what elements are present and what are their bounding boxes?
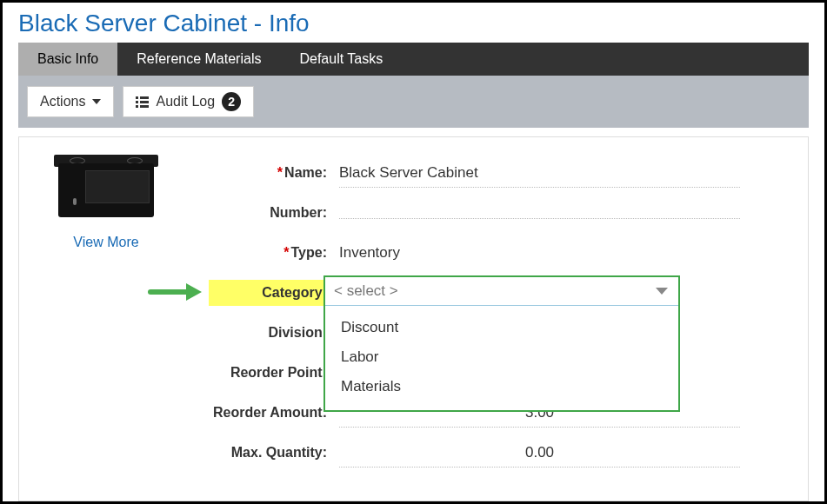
view-more-link[interactable]: View More xyxy=(73,235,138,250)
value-max-quantity[interactable]: 0.00 xyxy=(339,439,740,468)
option-materials[interactable]: Materials xyxy=(329,372,675,401)
label-number: Number: xyxy=(209,205,339,221)
tab-basic-info[interactable]: Basic Info xyxy=(18,43,117,76)
option-discount[interactable]: Discount xyxy=(329,313,675,342)
label-type: *Type: xyxy=(209,245,339,261)
actions-button[interactable]: Actions xyxy=(27,86,114,117)
label-name: *Name: xyxy=(209,165,339,181)
category-select-input[interactable]: < select > xyxy=(325,277,678,306)
label-category: Category: xyxy=(209,280,339,306)
value-type[interactable]: Inventory xyxy=(339,239,740,267)
content-panel: View More *Name: Black Server Cabinet Nu… xyxy=(18,136,809,501)
toolbar: Actions Audit Log 2 xyxy=(18,76,809,128)
category-select-options: Discount Labor Materials xyxy=(325,306,678,410)
tab-default-tasks[interactable]: Default Tasks xyxy=(280,43,402,76)
actions-label: Actions xyxy=(40,94,85,109)
required-marker: * xyxy=(283,245,289,260)
audit-log-label: Audit Log xyxy=(156,94,215,109)
label-division: Division: xyxy=(209,325,339,341)
value-number[interactable] xyxy=(339,208,740,219)
tab-reference-materials[interactable]: Reference Materials xyxy=(117,43,280,76)
category-select-dropdown: < select > Discount Labor Materials xyxy=(323,275,680,412)
option-labor[interactable]: Labor xyxy=(329,342,675,372)
audit-log-count-badge: 2 xyxy=(222,92,241,111)
label-max-quantity: Max. Quantity: xyxy=(209,445,339,461)
chevron-down-icon xyxy=(656,288,668,295)
audit-log-button[interactable]: Audit Log 2 xyxy=(123,86,254,117)
page-title: Black Server Cabinet - Info xyxy=(3,3,824,43)
required-marker: * xyxy=(277,165,283,180)
label-reorder-point: Reorder Point: xyxy=(209,365,339,381)
item-thumbnail[interactable] xyxy=(54,155,158,222)
callout-arrow-icon xyxy=(148,283,209,301)
caret-down-icon xyxy=(92,99,101,104)
value-name[interactable]: Black Server Cabinet xyxy=(339,159,740,188)
list-icon xyxy=(136,96,149,108)
label-reorder-amount: Reorder Amount: xyxy=(209,405,339,421)
thumbnail-column: View More xyxy=(45,155,167,250)
tab-bar: Basic Info Reference Materials Default T… xyxy=(18,43,809,76)
category-select-placeholder: < select > xyxy=(334,282,398,299)
